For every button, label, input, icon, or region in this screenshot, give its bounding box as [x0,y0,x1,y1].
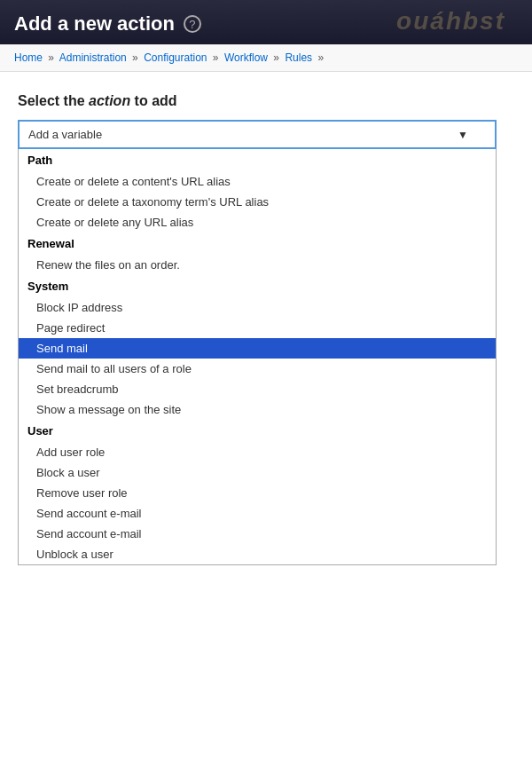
list-item-send-account-email-1[interactable]: Send account e-mail [19,503,496,524]
list-item-send-mail[interactable]: Send mail [19,338,496,359]
action-dropdown-list[interactable]: PathCreate or delete a content's URL ali… [18,149,497,565]
breadcrumb: Home » Administration » Configuration » … [0,44,532,72]
breadcrumb-sep-3: » [213,51,219,64]
breadcrumb-administration[interactable]: Administration [59,51,127,64]
group-header-system: System [19,275,496,297]
list-item-show-message[interactable]: Show a message on the site [19,399,496,420]
help-icon[interactable]: ? [184,15,201,33]
section-label-prefix: Select the [18,93,89,108]
group-header-path: Path [19,149,496,171]
list-item-unblock-user[interactable]: Unblock a user [19,544,496,564]
list-item-url-alias-content[interactable]: Create or delete a content's URL alias [19,171,496,192]
breadcrumb-home[interactable]: Home [14,51,43,64]
list-item-block-user[interactable]: Block a user [19,462,496,483]
breadcrumb-sep-2: » [132,51,138,64]
list-item-set-breadcrumb[interactable]: Set breadcrumb [19,379,496,399]
section-title: Select the action to add [18,93,514,109]
list-item-remove-user-role[interactable]: Remove user role [19,483,496,503]
action-dropdown-wrapper: Add a variable ▼ PathCreate or delete a … [18,120,497,565]
list-item-send-mail-role[interactable]: Send mail to all users of a role [19,359,496,379]
main-content: Select the action to add Add a variable … [0,72,532,587]
page-header: Add a new action ? [0,0,532,44]
breadcrumb-sep-5: » [317,51,324,64]
dropdown-selected-label: Add a variable [28,128,102,141]
section-label-suffix: to add [130,93,176,108]
list-item-url-alias-any[interactable]: Create or delete any URL alias [19,212,496,233]
list-item-send-account-email-2[interactable]: Send account e-mail [19,524,496,544]
list-item-url-alias-taxonomy[interactable]: Create or delete a taxonomy term's URL a… [19,192,496,212]
dropdown-arrow: ▼ [458,129,468,141]
breadcrumb-sep-4: » [273,51,279,64]
list-item-add-user-role[interactable]: Add user role [19,442,496,462]
breadcrumb-workflow[interactable]: Workflow [224,51,268,64]
breadcrumb-sep-1: » [48,51,54,64]
group-header-renewal: Renewal [19,233,496,255]
section-label-em: action [89,93,130,108]
breadcrumb-configuration[interactable]: Configuration [144,51,207,64]
list-item-renew-files[interactable]: Renew the files on an order. [19,255,496,275]
group-header-user: User [19,420,496,442]
page-title: Add a new action [14,12,175,35]
action-dropdown-trigger[interactable]: Add a variable ▼ [18,120,497,149]
breadcrumb-rules[interactable]: Rules [285,51,312,64]
list-item-block-ip[interactable]: Block IP address [19,297,496,318]
list-item-page-redirect[interactable]: Page redirect [19,318,496,338]
